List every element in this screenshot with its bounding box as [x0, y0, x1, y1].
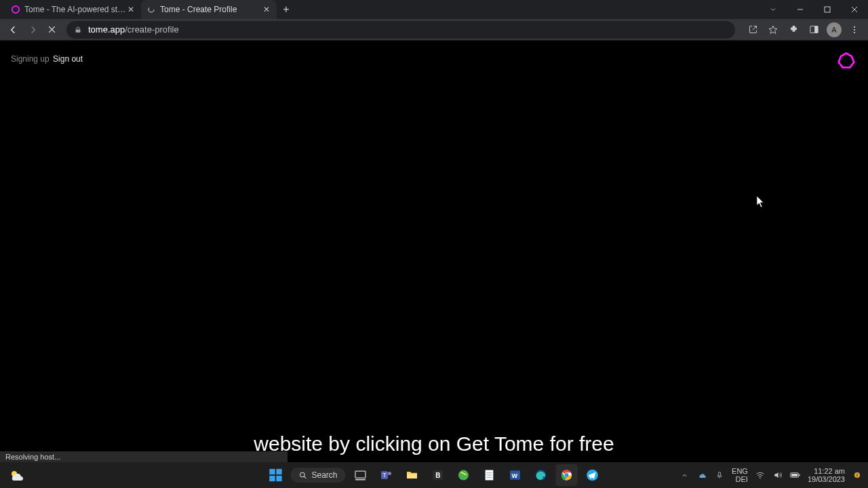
- svg-rect-3: [825, 7, 830, 12]
- svg-rect-11: [269, 469, 275, 474]
- app-b-icon[interactable]: B: [427, 464, 449, 486]
- windows-taskbar: Search T B W: [0, 462, 868, 488]
- minimize-button[interactable]: [787, 0, 814, 19]
- stop-loading-button[interactable]: [42, 20, 61, 39]
- app-globe-icon[interactable]: [453, 464, 475, 486]
- task-view-icon[interactable]: [350, 464, 372, 486]
- svg-rect-39: [791, 474, 797, 476]
- close-icon[interactable]: ✕: [126, 5, 136, 14]
- svg-rect-13: [269, 476, 275, 481]
- weather-widget-icon[interactable]: [8, 468, 24, 484]
- window-controls: [787, 0, 868, 19]
- svg-point-7: [854, 26, 855, 27]
- notepad-icon[interactable]: [479, 464, 500, 486]
- tab-title: Tome - The AI-powered storytell: [24, 5, 126, 14]
- svg-rect-22: [407, 474, 417, 479]
- taskbar-center: Search T B W: [264, 464, 603, 486]
- clock[interactable]: 11:22 am 19/03/2023: [808, 467, 845, 483]
- svg-text:T: T: [383, 472, 387, 479]
- language-indicator[interactable]: ENG DEI: [732, 467, 748, 483]
- tab-tome-home[interactable]: Tome - The AI-powered storytell ✕: [5, 0, 141, 19]
- svg-point-8: [854, 28, 855, 30]
- browser-toolbar: tome.app/create-profile A: [0, 19, 868, 41]
- mic-icon[interactable]: [714, 470, 725, 481]
- onedrive-tray-icon[interactable]: [696, 470, 707, 481]
- close-icon[interactable]: ✕: [262, 5, 271, 14]
- tome-favicon-icon: [11, 5, 20, 14]
- svg-rect-12: [276, 469, 281, 474]
- address-bar[interactable]: tome.app/create-profile: [66, 21, 735, 39]
- cursor-icon: [757, 196, 765, 208]
- forward-button[interactable]: [23, 20, 42, 39]
- profile-avatar[interactable]: A: [825, 20, 844, 39]
- taskbar-right: ENG DEI 11:22 am 19/03/2023 2: [679, 467, 863, 483]
- edge-icon[interactable]: [530, 464, 552, 486]
- svg-point-0: [12, 6, 20, 14]
- signing-up-text: Signing up: [11, 54, 50, 64]
- wifi-icon[interactable]: [755, 470, 766, 481]
- svg-text:2: 2: [856, 473, 858, 477]
- svg-point-34: [565, 473, 569, 477]
- svg-rect-14: [276, 476, 281, 481]
- svg-point-25: [458, 470, 469, 481]
- word-icon[interactable]: W: [505, 464, 526, 486]
- page-viewport: Signing up Sign out website by clicking …: [0, 41, 868, 462]
- svg-point-9: [854, 32, 855, 33]
- notifications-icon[interactable]: 2: [852, 470, 863, 481]
- close-window-button[interactable]: [841, 0, 868, 19]
- extensions-icon[interactable]: [784, 20, 803, 39]
- share-icon[interactable]: [743, 20, 762, 39]
- maximize-button[interactable]: [814, 0, 841, 19]
- tab-search-button[interactable]: [760, 0, 787, 19]
- chrome-icon[interactable]: [556, 464, 578, 486]
- teams-icon[interactable]: T: [376, 464, 397, 486]
- svg-text:B: B: [435, 472, 440, 479]
- telegram-icon[interactable]: [582, 464, 604, 486]
- new-tab-button[interactable]: +: [277, 0, 296, 19]
- volume-icon[interactable]: [772, 470, 783, 481]
- battery-icon[interactable]: [790, 470, 801, 481]
- tab-title: Tome - Create Profile: [160, 5, 262, 14]
- svg-rect-4: [76, 29, 81, 33]
- tab-create-profile[interactable]: Tome - Create Profile ✕: [141, 0, 277, 19]
- svg-point-20: [388, 472, 391, 475]
- tab-strip: Tome - The AI-powered storytell ✕ Tome -…: [0, 0, 296, 19]
- avatar-letter: A: [831, 26, 836, 34]
- kebab-menu-icon[interactable]: [845, 20, 864, 39]
- titlebar: Tome - The AI-powered storytell ✕ Tome -…: [0, 0, 868, 19]
- svg-text:W: W: [512, 472, 518, 479]
- side-panel-icon[interactable]: [804, 20, 823, 39]
- browser-status-bar: Resolving host...: [0, 451, 288, 462]
- svg-rect-40: [799, 474, 800, 476]
- svg-point-37: [760, 478, 760, 479]
- tray-chevron-icon[interactable]: [679, 470, 690, 481]
- start-button[interactable]: [264, 464, 286, 486]
- svg-rect-18: [355, 479, 366, 481]
- file-explorer-icon[interactable]: [401, 464, 423, 486]
- back-button[interactable]: [4, 20, 23, 39]
- svg-point-15: [300, 472, 305, 477]
- toolbar-right: A: [743, 20, 864, 39]
- svg-rect-36: [719, 472, 721, 476]
- lock-icon: [73, 25, 83, 35]
- taskbar-search[interactable]: Search: [290, 468, 345, 483]
- sign-out-link[interactable]: Sign out: [53, 54, 83, 64]
- svg-point-1: [149, 7, 154, 12]
- loading-favicon-icon: [146, 5, 156, 14]
- svg-line-16: [304, 476, 307, 479]
- tome-logo-icon: [837, 52, 856, 70]
- taskbar-search-label: Search: [311, 470, 337, 480]
- svg-rect-6: [814, 26, 818, 33]
- signup-status-line: Signing up Sign out: [11, 54, 83, 64]
- bookmark-star-icon[interactable]: [764, 20, 783, 39]
- url-text: tome.app/create-profile: [88, 24, 179, 35]
- svg-rect-17: [355, 471, 366, 478]
